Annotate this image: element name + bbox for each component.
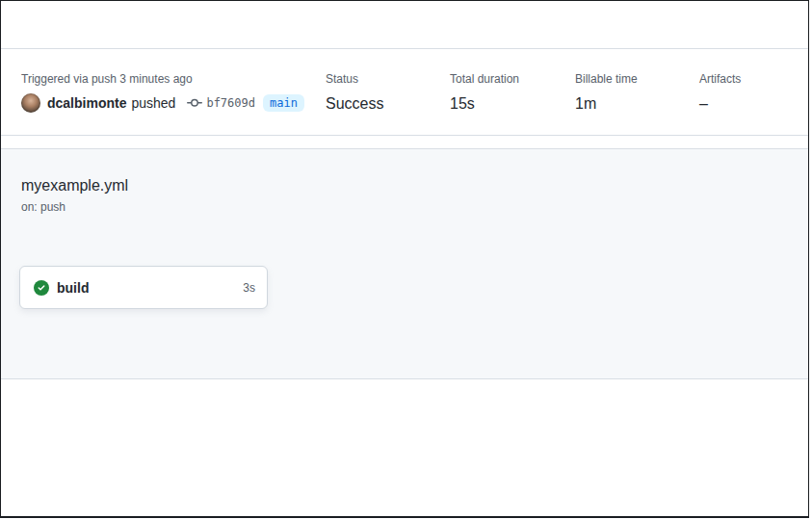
stat-value: – [699, 92, 741, 116]
commit-sha-link[interactable]: bf7609d [206, 96, 255, 110]
avatar[interactable] [21, 93, 40, 113]
stat-total-duration: Total duration 15s [450, 70, 519, 116]
workflow-run-page: Triggered via push 3 minutes ago dcalbim… [0, 0, 812, 519]
stat-status: Status Success [326, 70, 383, 116]
stat-label: Artifacts [699, 70, 741, 88]
workflow-trigger: on: push [21, 198, 65, 216]
stat-label: Status [326, 70, 383, 88]
job-name: build [57, 280, 89, 296]
stat-label: Total duration [450, 70, 519, 88]
stat-value: 15s [450, 92, 519, 116]
git-commit-icon [187, 95, 202, 111]
stat-label: Billable time [575, 70, 638, 88]
workflow-graph-section: myexample.yml on: push build 3s [0, 148, 809, 379]
run-summary-header: Triggered via push 3 minutes ago dcalbim… [0, 50, 809, 136]
commit-info-row: dcalbimonte pushed bf7609d main [21, 91, 304, 115]
stat-artifacts: Artifacts – [699, 70, 741, 116]
stat-value: 1m [575, 92, 638, 116]
top-band [0, 0, 809, 49]
stat-value: Success [326, 92, 383, 116]
workflow-file-name: myexample.yml [21, 174, 128, 197]
triggered-text: Triggered via push 3 minutes ago [21, 70, 193, 88]
job-card-build[interactable]: build 3s [19, 266, 268, 309]
actor-link[interactable]: dcalbimonte [47, 95, 126, 111]
stat-billable-time: Billable time 1m [575, 70, 638, 116]
branch-badge[interactable]: main [263, 94, 304, 112]
job-duration: 3s [243, 281, 255, 295]
action-text: pushed [131, 95, 175, 111]
check-circle-icon [34, 280, 49, 296]
